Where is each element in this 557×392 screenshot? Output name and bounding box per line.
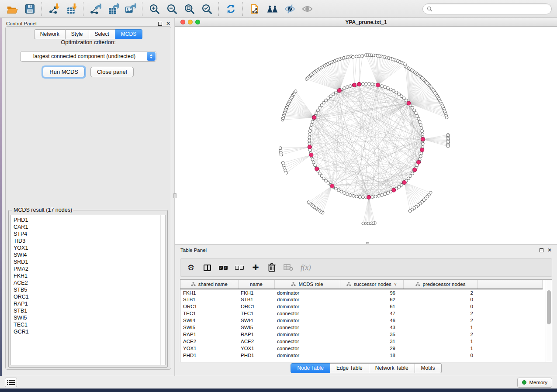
eye-slash-icon [284,3,296,15]
table-cell: 46 [340,317,403,324]
save-session-button[interactable] [21,1,38,16]
delete-table-icon [284,264,293,271]
table-tab-edge-table[interactable]: Edge Table [330,363,369,373]
mcds-result-item[interactable]: STP4 [14,230,165,237]
table-tab-node-table[interactable]: Node Table [291,363,330,373]
close-table-panel-icon[interactable]: ✕ [547,248,552,253]
table-row[interactable]: YOX1YOX1connector291 [180,345,542,352]
table-row[interactable]: ORC1ORC1dominator610 [180,303,542,310]
column-header-name[interactable]: name [238,280,274,289]
mcds-result-item[interactable]: YOX1 [14,244,165,251]
table-tab-motifs[interactable]: Motifs [415,363,442,373]
delete-column-button[interactable] [267,262,276,273]
mcds-result-item[interactable]: RAP1 [14,300,165,307]
table-settings-button[interactable]: ⚙ [187,262,195,273]
delete-table-button[interactable] [284,262,293,273]
table-tab-network-table[interactable]: Network Table [369,363,415,373]
mcds-result-item[interactable]: STB1 [14,307,165,314]
network-canvas[interactable] [175,27,555,244]
zoom-fit-button[interactable] [180,1,198,16]
table-cell: PHD1 [238,352,274,359]
table-cell: 0 [403,296,477,303]
memory-button[interactable]: Memory [517,378,552,388]
column-header-MCDS-role[interactable]: MCDS role [274,280,340,289]
mcds-result-item[interactable]: SRD1 [14,258,165,265]
table-toolbar: ⚙ ✓✓ ✚ f(x) [180,258,552,277]
close-panel-button[interactable]: Close panel [90,67,134,77]
float-table-panel-icon[interactable] [540,248,543,252]
table-row[interactable]: PHD1PHD1dominator180 [180,352,542,359]
search-input[interactable] [435,6,547,12]
mcds-result-item[interactable]: PHD1 [14,217,165,224]
column-header-successor-nodes[interactable]: successor nodes∨ [340,280,403,289]
column-header-shared-name[interactable]: shared name [180,280,238,289]
column-header-filler[interactable] [477,280,542,289]
mcds-result-item[interactable]: ACE2 [14,279,165,286]
zoom-in-button[interactable] [145,1,163,16]
toggle-columns-button[interactable] [203,262,211,273]
column-header-predecessor-nodes[interactable]: predecessor nodes [403,280,477,289]
export-network-button[interactable] [86,1,104,16]
tab-network[interactable]: Network [34,29,66,39]
mcds-result-item[interactable]: SWI5 [14,314,165,321]
close-panel-icon[interactable]: ✕ [166,21,170,26]
table-cell: 29 [340,345,403,352]
table-row[interactable]: SWI4SWI4dominator462 [180,317,542,324]
float-panel-icon[interactable] [158,22,162,26]
table-cell: SWI4 [238,317,274,324]
mcds-result-item[interactable]: STB5 [14,286,165,293]
table-row[interactable]: ACE2ACE2connector311 [180,338,542,345]
table-row[interactable]: RAP1RAP1dominator352 [180,331,542,338]
close-window-icon[interactable] [180,20,185,24]
table-cell: dominator [274,331,340,338]
mcds-result-item[interactable]: FKH1 [14,272,165,279]
tab-mcds[interactable]: MCDS [115,29,142,39]
maximize-window-icon[interactable] [195,20,200,24]
mcds-result-item[interactable]: TEC1 [14,321,165,328]
tab-select[interactable]: Select [89,29,115,39]
table-cell-empty [477,289,542,296]
mcds-result-item[interactable]: ORC1 [14,293,165,300]
criterion-dropdown[interactable]: largest connected component (undirected) [20,51,156,62]
zoom-out-button[interactable] [163,1,180,16]
table-scrollbar-track[interactable] [546,280,552,362]
result-list-scrollbar[interactable] [160,215,165,365]
open-file-button[interactable] [3,1,21,16]
import-network-button[interactable] [45,1,62,16]
table-row[interactable]: FKH1FKH1dominator962 [180,289,542,296]
function-builder-button[interactable]: f(x) [301,262,311,273]
refresh-button[interactable] [222,1,239,16]
find-neighbors-button[interactable] [263,1,281,16]
table-cell: connector [274,338,340,345]
table-row[interactable]: SWI5SWI5connector431 [180,324,542,331]
zoom-in-icon [149,3,160,15]
clone-network-button[interactable] [246,1,263,16]
mcds-result-item[interactable]: CAR1 [14,224,165,230]
mcds-result-item[interactable]: SWI4 [14,251,165,258]
table-row[interactable]: STB1STB1dominator620 [180,296,542,303]
vertical-splitter-grip[interactable] [173,193,176,198]
run-mcds-button[interactable]: Run MCDS [43,67,85,77]
mcds-result-list[interactable]: PHD1CAR1STP4TID3YOX1SWI4SRD1PMA2FKH1ACE2… [10,215,166,365]
tab-style[interactable]: Style [66,29,89,39]
minimize-window-icon[interactable] [188,20,193,24]
mcds-result-item[interactable]: PMA2 [14,265,165,272]
table-cell: dominator [274,289,340,296]
zoom-selected-button[interactable] [198,1,215,16]
task-history-button[interactable] [5,378,17,387]
refresh-icon [225,3,237,15]
export-table-button[interactable] [104,1,121,16]
table-scrollbar-thumb[interactable] [547,290,551,324]
deselect-all-columns-button[interactable] [235,262,244,273]
select-all-columns-button[interactable]: ✓✓ [219,262,228,273]
mcds-result-item[interactable]: GCR1 [14,328,165,335]
network-titlebar[interactable]: YPA_prune.txt_1 [175,18,557,27]
import-table-button[interactable] [62,1,80,16]
hide-selected-button[interactable] [281,1,298,16]
export-image-button[interactable] [121,1,139,16]
add-column-button[interactable]: ✚ [251,262,260,273]
show-all-button[interactable] [298,1,316,16]
mcds-result-item[interactable]: TID3 [14,237,165,244]
toolbar-separator [83,2,83,16]
table-row[interactable]: TEC1TEC1connector472 [180,310,542,317]
